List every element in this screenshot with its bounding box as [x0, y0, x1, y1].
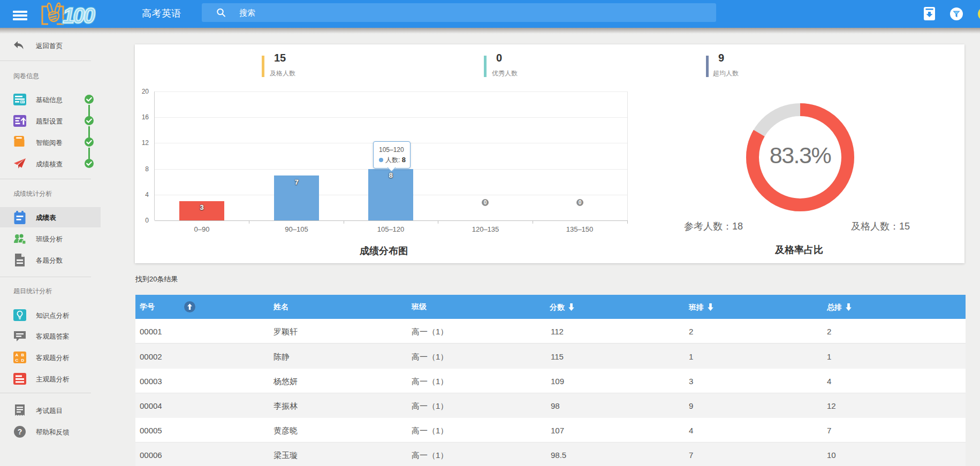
- svg-text:C: C: [15, 358, 18, 363]
- svg-text:A: A: [15, 353, 18, 357]
- svg-text:D: D: [21, 358, 24, 363]
- svg-text:100: 100: [63, 4, 95, 27]
- svg-text:B: B: [21, 353, 24, 357]
- svg-text:?: ?: [18, 427, 22, 436]
